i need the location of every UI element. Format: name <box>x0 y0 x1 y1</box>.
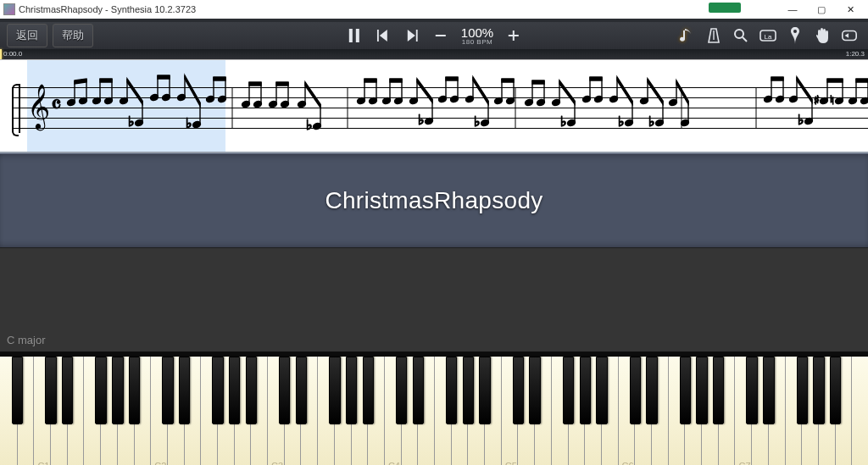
svg-marker-16 <box>845 33 849 37</box>
black-key[interactable] <box>95 357 106 424</box>
key-signature-label: C major <box>7 334 46 346</box>
prev-button[interactable] <box>375 27 392 44</box>
svg-rect-2 <box>377 30 379 42</box>
black-key[interactable] <box>596 357 607 424</box>
black-key[interactable] <box>12 357 23 424</box>
svg-text:♭: ♭ <box>186 116 192 130</box>
time-end: 1:20.3 <box>846 50 865 58</box>
black-key[interactable] <box>296 357 307 424</box>
loop-icon[interactable] <box>841 27 858 44</box>
svg-text:♭: ♭ <box>306 118 313 132</box>
speed-increase-button[interactable] <box>505 27 522 44</box>
black-key[interactable] <box>513 357 524 424</box>
bookmark-icon[interactable] <box>787 27 804 44</box>
speed-display[interactable]: 100% 180 BPM <box>461 26 493 46</box>
black-key[interactable] <box>363 357 374 424</box>
labels-button[interactable]: La <box>760 27 776 44</box>
maximize-button[interactable]: ▢ <box>807 0 836 19</box>
black-key[interactable] <box>696 357 707 424</box>
app-icon <box>3 3 15 15</box>
black-key[interactable] <box>630 357 641 424</box>
black-key[interactable] <box>212 357 223 424</box>
black-key[interactable] <box>229 357 240 424</box>
song-title: ChristmasRhapsody <box>325 187 542 214</box>
key-label: C4 <box>388 461 400 465</box>
black-key[interactable] <box>179 357 190 424</box>
black-key[interactable] <box>479 357 490 424</box>
svg-rect-0 <box>349 29 353 42</box>
notation-svg: 𝄞 𝄴 ♭♭♭♭♭♭♭♭♭♯♮ <box>12 70 868 147</box>
speed-decrease-button[interactable] <box>432 27 449 44</box>
black-key[interactable] <box>713 357 724 424</box>
svg-text:𝄴: 𝄴 <box>51 91 62 118</box>
black-key[interactable] <box>580 357 591 424</box>
metronome-icon[interactable] <box>705 27 722 44</box>
black-key[interactable] <box>446 357 457 424</box>
key-label: C1 <box>37 461 49 465</box>
key-label: C5 <box>505 461 517 465</box>
key-label: C6 <box>622 461 634 465</box>
right-toolbar: La <box>678 27 861 44</box>
svg-point-133 <box>860 97 868 105</box>
piano-keyboard[interactable]: C1C2C3C4C5C6C7 <box>0 352 868 465</box>
black-key[interactable] <box>346 357 357 424</box>
black-key[interactable] <box>396 357 407 424</box>
black-key[interactable] <box>246 357 257 424</box>
help-button[interactable]: 帮助 <box>53 24 93 47</box>
black-key[interactable] <box>563 357 574 424</box>
playback-controls: 100% 180 BPM <box>346 26 522 46</box>
window-title: ChristmasRhapsody - Synthesia 10.2.3723 <box>19 4 778 14</box>
white-key[interactable] <box>851 357 868 465</box>
key-label: C7 <box>738 461 750 465</box>
black-key[interactable] <box>813 357 824 424</box>
status-badge <box>709 3 741 13</box>
music-note-icon[interactable] <box>678 27 695 44</box>
black-key[interactable] <box>413 357 424 424</box>
black-key[interactable] <box>329 357 340 424</box>
music-staff: 𝄞 𝄴 ♭♭♭♭♭♭♭♭♭♯♮ <box>12 87 868 130</box>
speed-percent: 100% <box>461 26 493 39</box>
black-key[interactable] <box>797 357 808 424</box>
svg-text:♭: ♭ <box>618 114 625 129</box>
black-key[interactable] <box>129 357 140 424</box>
black-key[interactable] <box>62 357 73 424</box>
black-key[interactable] <box>112 357 123 424</box>
speed-bpm: 180 BPM <box>461 39 493 46</box>
svg-text:𝄞: 𝄞 <box>27 84 50 131</box>
key-label: C3 <box>271 461 283 465</box>
black-key[interactable] <box>162 357 173 424</box>
black-key[interactable] <box>529 357 540 424</box>
main-toolbar: 返回 帮助 100% 180 BPM <box>0 22 868 49</box>
falling-notes-zone[interactable]: C major <box>0 247 868 352</box>
time-start: 0:00.0 <box>3 50 22 58</box>
svg-marker-5 <box>408 30 415 42</box>
pause-button[interactable] <box>346 27 363 44</box>
hand-icon[interactable] <box>814 27 831 44</box>
key-label: C2 <box>154 461 166 465</box>
black-key[interactable] <box>279 357 290 424</box>
next-button[interactable] <box>403 27 420 44</box>
black-key[interactable] <box>646 357 657 424</box>
song-title-band: ChristmasRhapsody <box>0 153 868 247</box>
progress-bar[interactable]: 0:00.0 1:20.3 <box>0 49 868 59</box>
black-key[interactable] <box>463 357 474 424</box>
black-key[interactable] <box>830 357 841 424</box>
svg-text:♯: ♯ <box>814 93 820 107</box>
minimize-button[interactable]: — <box>778 0 807 19</box>
svg-rect-6 <box>436 35 446 36</box>
search-icon[interactable] <box>732 27 749 44</box>
svg-line-11 <box>743 37 747 42</box>
close-button[interactable]: ✕ <box>836 0 865 19</box>
sheet-music-area[interactable]: 𝄞 𝄴 ♭♭♭♭♭♭♭♭♭♯♮ <box>0 59 868 153</box>
svg-rect-1 <box>356 29 359 42</box>
black-key[interactable] <box>746 357 757 424</box>
black-key[interactable] <box>763 357 774 424</box>
black-key[interactable] <box>680 357 691 424</box>
progress-marker[interactable] <box>0 49 2 59</box>
black-key[interactable] <box>45 357 56 424</box>
svg-text:♭: ♭ <box>128 114 135 129</box>
back-button[interactable]: 返回 <box>7 24 47 47</box>
svg-text:La: La <box>765 33 772 41</box>
svg-text:♭: ♭ <box>648 114 655 129</box>
svg-point-10 <box>735 30 743 38</box>
